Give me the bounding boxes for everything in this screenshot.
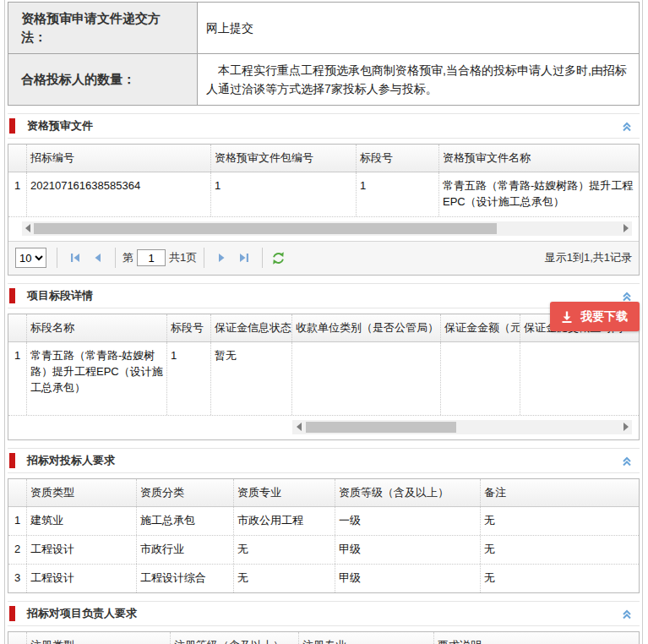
horizontal-scrollbar: [14, 221, 634, 236]
table-row[interactable]: 3 工程设计 工程设计综合 无 甲级 无: [8, 565, 639, 592]
manager-requirements-grid: 注册类型 注册等级（含及以上） 注册专业 要求说明 1 注册建造师 一级 市政公…: [8, 631, 640, 644]
pager-divider: [262, 248, 263, 268]
column-header[interactable]: 资质专业: [234, 479, 335, 506]
cell-deposit-deadline: [520, 342, 639, 415]
prequal-info-table: 资格预审申请文件递交方法： 网上提交 合格投标人的数量： 本工程实行重点工程预选…: [8, 2, 640, 106]
table-row[interactable]: 1 常青五路（常青路-姑嫂树路）提升工程EPC（设计施工总承包） 1 暂无: [8, 342, 639, 416]
scroll-right-icon[interactable]: [623, 423, 629, 431]
refresh-icon[interactable]: [271, 251, 286, 265]
collapse-chevron-icon[interactable]: [621, 455, 633, 467]
scrollbar-thumb[interactable]: [306, 422, 456, 433]
column-header[interactable]: 资质类型: [27, 479, 137, 506]
column-header[interactable]: 注册等级（含及以上）: [171, 632, 299, 644]
seq-column-header: [8, 632, 27, 644]
pager-divider: [57, 248, 57, 268]
next-page-icon[interactable]: [211, 248, 233, 268]
column-header[interactable]: 注册类型: [27, 632, 171, 644]
scroll-left-icon[interactable]: [297, 423, 302, 431]
page-size-select[interactable]: 10: [15, 248, 46, 268]
last-page-icon[interactable]: [233, 248, 255, 268]
table-row[interactable]: 2 工程设计 市政行业 无 甲级 无: [8, 536, 639, 565]
qualified-bidder-count-label: 合格投标人的数量：: [8, 53, 198, 106]
column-header[interactable]: 资格预审文件包编号: [211, 145, 357, 172]
cell-qualification-type: 工程设计: [27, 536, 137, 564]
cell-section-number: 1: [357, 172, 439, 216]
submission-method-value: 网上提交: [198, 3, 640, 54]
cell-qualification-specialty: 无: [234, 536, 335, 564]
cell-qualification-grade: 一级: [335, 507, 481, 535]
section-marker: [9, 288, 15, 303]
column-header[interactable]: 保证金金额（元）: [441, 314, 520, 341]
column-header[interactable]: 注册专业: [299, 632, 434, 644]
column-header[interactable]: 标段号: [167, 314, 211, 341]
seq-column-header: [8, 145, 27, 172]
cell-qualification-type: 建筑业: [27, 507, 137, 535]
table-row: 资格预审申请文件递交方法： 网上提交: [8, 3, 640, 54]
section-header-manager-requirements: 招标对项目负责人要求: [8, 601, 640, 626]
cell-package-number: 1: [211, 172, 357, 216]
cell-qualification-specialty: 无: [234, 565, 335, 592]
cell-bid-number: 202107161638585364: [27, 172, 211, 216]
row-seq: 1: [8, 172, 27, 216]
column-header[interactable]: 招标编号: [27, 145, 211, 172]
cell-qualification-category: 工程设计综合: [137, 565, 234, 592]
section-header-bidder-requirements: 招标对投标人要求: [8, 448, 640, 473]
download-button[interactable]: 我要下载: [550, 302, 640, 331]
grid-header-row: 资质类型 资质分类 资质专业 资质等级（含及以上） 备注: [8, 479, 639, 507]
cell-qualification-specialty: 市政公用工程: [234, 507, 335, 535]
seq-column-header: [8, 479, 27, 506]
first-page-icon[interactable]: [64, 248, 86, 268]
pager-divider: [204, 248, 204, 268]
section-title: 资格预审文件: [27, 118, 93, 134]
collapse-chevron-icon[interactable]: [621, 290, 633, 302]
prequal-files-grid: 招标编号 资格预审文件包编号 标段号 资格预审文件名称 1 2021071616…: [8, 144, 640, 276]
cell-qualification-category: 市政行业: [137, 536, 234, 564]
row-seq: 3: [8, 565, 27, 592]
section-marker: [9, 118, 15, 134]
scroll-left-icon[interactable]: [25, 224, 30, 232]
table-row[interactable]: 1 202107161638585364 1 1 常青五路（常青路-姑嫂树路）提…: [8, 172, 639, 217]
column-header[interactable]: 标段名称: [27, 314, 167, 341]
page-label-prefix: 第: [123, 250, 133, 265]
pager-divider: [115, 248, 116, 268]
column-header[interactable]: 备注: [481, 479, 639, 506]
cell-deposit-amount: [441, 342, 520, 415]
cell-qualification-category: 施工总承包: [137, 507, 234, 535]
bidder-requirements-grid: 资质类型 资质分类 资质专业 资质等级（含及以上） 备注 1 建筑业 施工总承包…: [8, 478, 640, 593]
grid-header-row: 标段名称 标段号 保证金信息状态 收款单位类别（是否公管局） 保证金金额（元） …: [8, 314, 639, 342]
scrollbar-thumb[interactable]: [34, 223, 497, 234]
collapse-chevron-icon[interactable]: [621, 608, 633, 619]
column-header[interactable]: 收款单位类别（是否公管局）: [292, 314, 441, 341]
collapse-chevron-icon[interactable]: [621, 120, 633, 132]
download-button-label: 我要下载: [580, 309, 628, 325]
project-sections-grid: 标段名称 标段号 保证金信息状态 收款单位类别（是否公管局） 保证金金额（元） …: [8, 314, 640, 440]
download-icon: [560, 310, 574, 324]
content-panel: 资格预审申请文件递交方法： 网上提交 合格投标人的数量： 本工程实行重点工程预选…: [4, 0, 643, 644]
column-header[interactable]: 标段号: [357, 145, 439, 172]
section-marker: [9, 453, 15, 468]
previous-page-icon[interactable]: [86, 248, 108, 268]
cell-qualification-grade: 甲级: [335, 565, 481, 592]
column-header[interactable]: 资质等级（含及以上）: [335, 479, 481, 506]
section-title: 项目标段详情: [27, 288, 93, 303]
seq-column-header: [8, 314, 27, 341]
cell-remark: 无: [481, 565, 639, 592]
row-seq: 2: [8, 536, 27, 564]
page-label-suffix: 共1页: [169, 250, 197, 265]
table-row: 合格投标人的数量： 本工程实行重点工程预选承包商制资格预审,当合格的投标申请人过…: [8, 53, 640, 106]
section-header-prequal-files: 资格预审文件: [8, 113, 640, 139]
cell-deposit-status: 暂无: [211, 342, 292, 415]
page-number-input[interactable]: [137, 249, 166, 266]
column-header[interactable]: 资质分类: [137, 479, 234, 506]
record-count-summary: 显示1到1,共1记录: [545, 250, 632, 265]
grid-pager: 10 第 共1页: [8, 241, 639, 275]
table-row[interactable]: 1 建筑业 施工总承包 市政公用工程 一级 无: [8, 507, 639, 536]
scroll-right-icon[interactable]: [623, 224, 629, 232]
column-header[interactable]: 保证金信息状态: [211, 314, 292, 341]
cell-section-number: 1: [167, 342, 211, 415]
section-title: 招标对投标人要求: [27, 453, 115, 468]
column-header[interactable]: 资格预审文件名称: [439, 145, 639, 172]
cell-qualification-grade: 甲级: [335, 536, 481, 564]
column-header[interactable]: 要求说明: [434, 632, 639, 644]
section-header-project-sections: 项目标段详情: [8, 283, 640, 308]
